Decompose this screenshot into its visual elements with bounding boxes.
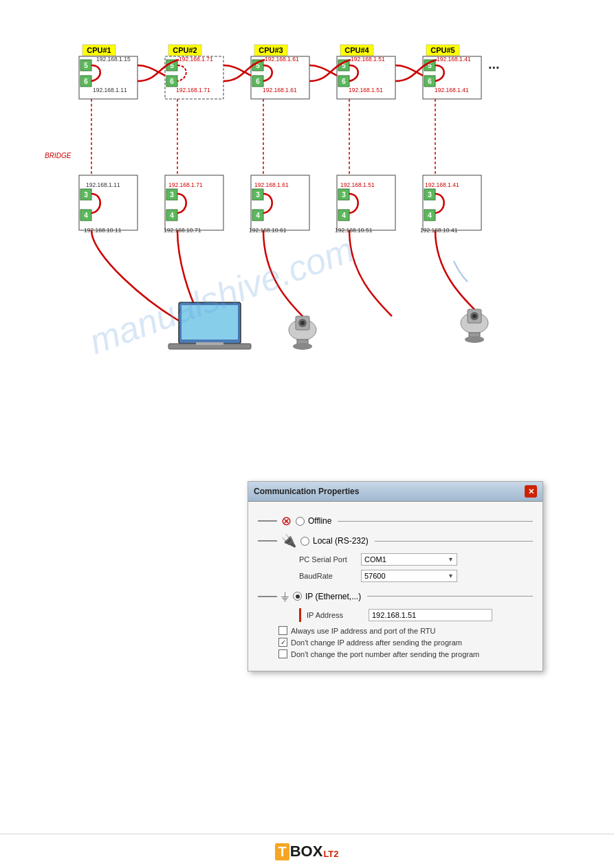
checkbox2-label: Don't change IP address after sending th…	[291, 638, 462, 647]
ip-line-ext	[367, 596, 533, 597]
svg-point-96	[293, 343, 312, 350]
ip-ethernet-row: ⏚ IP (Ethernet,...)	[258, 589, 533, 603]
svg-text:6: 6	[84, 78, 88, 85]
svg-point-94	[300, 321, 305, 325]
svg-text:6: 6	[170, 78, 174, 85]
svg-text:CPU#1: CPU#1	[87, 46, 111, 54]
svg-text:3: 3	[342, 191, 346, 199]
offline-label: Offline	[308, 516, 331, 526]
svg-text:192.168.1.51: 192.168.1.51	[349, 87, 383, 93]
offline-option[interactable]: Offline	[296, 516, 533, 526]
baudrate-select[interactable]: 57600 ▼	[361, 570, 457, 582]
svg-text:...: ...	[488, 56, 500, 71]
svg-text:3: 3	[428, 191, 432, 199]
svg-text:4: 4	[428, 212, 432, 219]
svg-text:192.168.1.61: 192.168.1.61	[254, 181, 289, 188]
ip-label: IP (Ethernet,...)	[305, 592, 361, 601]
svg-text:3: 3	[256, 191, 260, 199]
svg-text:CPU#5: CPU#5	[430, 46, 454, 54]
baudrate-label: BaudRate	[299, 572, 361, 580]
ip-address-input[interactable]	[369, 609, 492, 621]
pc-serial-port-select[interactable]: COM1 ▼	[361, 553, 457, 566]
pc-serial-port-label: PC Serial Port	[299, 555, 361, 564]
svg-text:192.168.1.11: 192.168.1.11	[93, 87, 127, 93]
svg-text:192.168.10.41: 192.168.10.41	[420, 227, 458, 234]
checkbox3[interactable]	[278, 649, 287, 658]
local-option[interactable]: Local (RS-232)	[300, 536, 533, 546]
checkbox2[interactable]	[278, 638, 287, 647]
dialog-close-button[interactable]: ✕	[525, 485, 537, 498]
svg-text:CPU#2: CPU#2	[173, 46, 197, 54]
svg-text:192.168.10.51: 192.168.10.51	[335, 227, 373, 234]
checkbox3-row: Don't change the port number after sendi…	[278, 649, 533, 658]
svg-text:3: 3	[170, 191, 174, 199]
svg-point-102	[465, 336, 484, 343]
svg-text:4: 4	[256, 212, 260, 219]
checkbox1[interactable]	[278, 626, 287, 635]
svg-text:BRIDGE: BRIDGE	[45, 152, 72, 159]
ip-address-row: IP Address	[258, 608, 533, 622]
svg-text:192.168.1.41: 192.168.1.41	[435, 87, 469, 93]
svg-text:4: 4	[84, 212, 88, 219]
local-rs232-row: 🔌 Local (RS-232)	[258, 533, 533, 548]
offline-radio[interactable]	[296, 517, 305, 526]
svg-text:CPU#4: CPU#4	[344, 46, 369, 54]
svg-text:192.168.1.71: 192.168.1.71	[176, 87, 210, 93]
local-radio[interactable]	[300, 537, 309, 546]
baudrate-arrow: ▼	[448, 572, 454, 579]
dialog-title: Communication Properties	[254, 487, 359, 496]
offline-line-ext	[338, 521, 533, 522]
svg-text:6: 6	[342, 78, 346, 85]
svg-text:192.168.10.71: 192.168.10.71	[164, 227, 201, 234]
ip-line	[258, 596, 277, 597]
serial-icon: 🔌	[281, 533, 296, 548]
logo-box: BOX	[290, 843, 323, 860]
checkbox1-label: Always use IP address and port of the RT…	[291, 627, 436, 635]
ip-option[interactable]: IP (Ethernet,...)	[293, 592, 533, 601]
offline-line	[258, 520, 277, 522]
svg-text:4: 4	[342, 212, 346, 219]
checkbox2-row: Don't change IP address after sending th…	[278, 638, 533, 647]
baudrate-value: 57600	[364, 572, 386, 580]
svg-text:192.168.1.15: 192.168.1.15	[96, 56, 131, 63]
svg-text:192.168.1.51: 192.168.1.51	[340, 181, 375, 188]
svg-text:192.168.1.11: 192.168.1.11	[86, 181, 120, 188]
svg-text:192.168.10.11: 192.168.10.11	[84, 227, 122, 234]
dialog-body: ⊗ Offline 🔌 Local (RS-232) PC Serial Por…	[248, 502, 542, 671]
svg-text:192.168.1.71: 192.168.1.71	[168, 181, 203, 188]
network-diagram: CPU#1 5 192.168.1.15 6 192.168.1.11 BRID…	[41, 41, 578, 426]
offline-icon: ⊗	[281, 513, 292, 528]
svg-text:6: 6	[428, 78, 432, 85]
local-label: Local (RS-232)	[313, 536, 369, 546]
checkbox1-row: Always use IP address and port of the RT…	[278, 626, 533, 635]
svg-text:192.168.1.41: 192.168.1.41	[425, 181, 459, 188]
svg-rect-88	[182, 305, 238, 340]
svg-point-100	[472, 314, 476, 318]
logo-lt2: LT2	[323, 849, 338, 859]
ip-address-label: IP Address	[307, 611, 369, 619]
local-line	[258, 540, 277, 542]
pc-serial-port-row: PC Serial Port COM1 ▼	[258, 553, 533, 566]
offline-row: ⊗ Offline	[258, 513, 533, 528]
svg-rect-90	[196, 342, 223, 345]
svg-text:192.168.1.61: 192.168.1.61	[265, 56, 299, 63]
pc-serial-port-arrow: ▼	[448, 556, 454, 563]
ip-radio[interactable]	[293, 592, 302, 601]
svg-text:192.168.1.61: 192.168.1.61	[263, 87, 297, 93]
checkbox3-label: Don't change the port number after sendi…	[291, 650, 479, 658]
svg-text:4: 4	[170, 212, 174, 219]
svg-text:192.168.10.61: 192.168.10.61	[249, 227, 287, 234]
communication-dialog: Communication Properties ✕ ⊗ Offline 🔌 L…	[248, 481, 543, 671]
svg-text:192.168.1.71: 192.168.1.71	[179, 56, 213, 63]
svg-text:CPU#3: CPU#3	[259, 46, 283, 54]
ethernet-icon: ⏚	[281, 589, 289, 603]
baudrate-row: BaudRate 57600 ▼	[258, 570, 533, 582]
dialog-titlebar: Communication Properties ✕	[248, 482, 542, 502]
svg-text:3: 3	[84, 191, 88, 199]
footer: T BOX LT2	[0, 834, 614, 868]
logo-t: T	[275, 843, 289, 860]
local-line-ext	[375, 541, 533, 542]
tbox-logo: T BOX LT2	[275, 843, 338, 860]
pc-serial-port-value: COM1	[364, 555, 386, 564]
svg-text:5: 5	[84, 62, 88, 69]
